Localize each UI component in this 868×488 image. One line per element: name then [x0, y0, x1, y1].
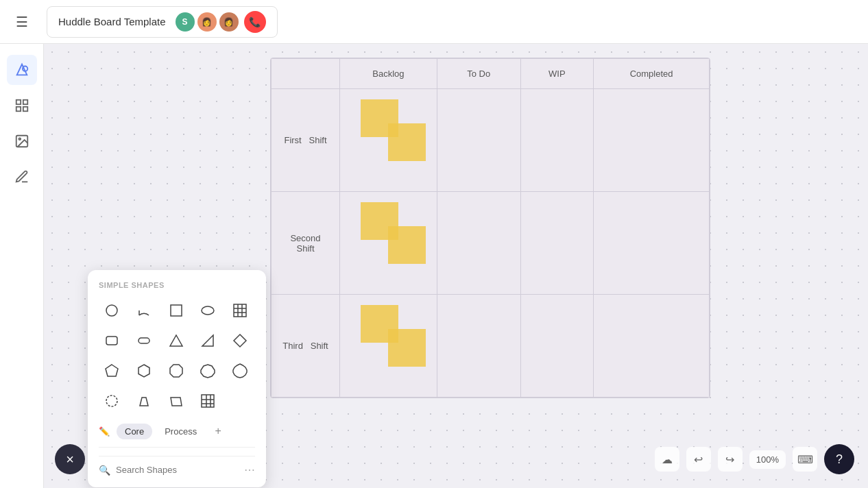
keyboard-icon: ⌨	[797, 453, 813, 466]
shape-trapezoid[interactable]	[131, 388, 157, 414]
document-title: Huddle Board Template	[58, 16, 166, 27]
table-row: Third Shift	[272, 295, 710, 398]
table-row: SecondShift	[272, 192, 710, 295]
sidebar-item-frames[interactable]	[7, 90, 37, 121]
svg-rect-17	[106, 337, 117, 345]
cell-first-todo	[437, 89, 520, 192]
col-header-completed: Completed	[594, 59, 710, 89]
shape-table[interactable]	[227, 297, 253, 324]
tab-add-button[interactable]: +	[209, 422, 227, 440]
svg-rect-18	[138, 338, 149, 343]
shape-pentagon[interactable]	[99, 358, 125, 384]
svg-marker-25	[201, 365, 215, 378]
menu-button[interactable]: ☰	[0, 0, 44, 44]
cell-content	[347, 96, 430, 184]
avatars-group: S 👩 👩 📞	[176, 11, 266, 33]
cloud-sync-button[interactable]: ☁	[655, 447, 679, 472]
shape-arc[interactable]	[131, 297, 157, 324]
svg-point-11	[202, 306, 214, 315]
search-input[interactable]	[116, 465, 239, 475]
topbar: ☰ Huddle Board Template S 👩 👩 📞	[0, 0, 868, 44]
cell-second-wip	[520, 192, 594, 295]
shape-circle[interactable]	[99, 297, 125, 324]
svg-marker-19	[170, 335, 182, 346]
phone-icon[interactable]: 📞	[244, 11, 266, 33]
huddle-board: Backlog To Do WIP Completed First Shift	[270, 58, 710, 398]
search-icon: 🔍	[99, 465, 110, 476]
cell-third-completed	[594, 295, 710, 398]
sidebar-item-images[interactable]	[7, 126, 37, 156]
shape-rounded-rect[interactable]	[99, 328, 125, 354]
shapes-grid	[99, 297, 255, 414]
col-header-todo: To Do	[437, 59, 520, 89]
svg-point-8	[106, 305, 117, 316]
pen-icon[interactable]: ✏️	[99, 426, 110, 437]
draw-icon	[14, 169, 29, 184]
cell-second-todo	[437, 192, 520, 295]
col-header-wip: WIP	[520, 59, 594, 89]
svg-point-7	[19, 138, 21, 140]
sticky-note[interactable]	[388, 123, 426, 161]
sidebar-item-draw[interactable]	[7, 162, 37, 192]
avatar-3: 👩	[219, 12, 239, 32]
more-options-icon[interactable]: ⋯	[244, 463, 255, 476]
zoom-level[interactable]: 100%	[749, 450, 786, 469]
shape-diamond[interactable]	[227, 328, 253, 354]
svg-rect-5	[23, 107, 27, 111]
cell-third-todo	[437, 295, 520, 398]
close-icon: ×	[66, 452, 74, 467]
cell-third-wip	[520, 295, 594, 398]
shape-parallelogram[interactable]	[163, 388, 189, 414]
tab-core[interactable]: Core	[117, 424, 152, 439]
tab-process[interactable]: Process	[156, 424, 205, 439]
shapes-tabs: ✏️ Core Process +	[99, 422, 255, 448]
row-label-third: Third Shift	[272, 295, 340, 398]
cloud-icon: ☁	[662, 453, 673, 466]
cell-second-backlog	[340, 192, 437, 295]
svg-marker-22	[106, 365, 118, 376]
shape-stadium[interactable]	[131, 328, 157, 354]
cell-content	[347, 302, 430, 390]
redo-button[interactable]: ↪	[718, 447, 743, 472]
svg-marker-24	[170, 365, 182, 377]
svg-rect-3	[23, 100, 27, 104]
sticky-note[interactable]	[388, 329, 426, 367]
close-button[interactable]: ×	[55, 444, 85, 474]
shape-hexagon[interactable]	[131, 358, 157, 384]
undo-button[interactable]: ↩	[686, 447, 711, 472]
cell-first-completed	[594, 89, 710, 192]
shapes-panel: SIMPLE SHAPES	[88, 270, 266, 487]
shape-right-triangle[interactable]	[195, 328, 221, 354]
sidebar-item-shapes[interactable]	[7, 55, 37, 85]
keyboard-button[interactable]: ⌨	[793, 447, 817, 472]
sidebar	[0, 44, 44, 488]
svg-rect-10	[171, 305, 182, 316]
shape-octagon[interactable]	[163, 358, 189, 384]
cell-first-wip	[520, 89, 594, 192]
shape-ellipse[interactable]	[195, 297, 221, 324]
title-area: Huddle Board Template S 👩 👩 📞	[47, 6, 278, 38]
redo-icon: ↪	[725, 453, 734, 466]
row-label-first: First Shift	[272, 89, 340, 192]
shapes-section-title: SIMPLE SHAPES	[99, 281, 255, 289]
svg-rect-4	[16, 107, 20, 111]
menu-icon: ☰	[16, 14, 28, 30]
sticky-note[interactable]	[388, 226, 426, 264]
shape-circle-outline[interactable]	[99, 388, 125, 414]
svg-marker-20	[202, 335, 213, 346]
shape-grid[interactable]	[195, 388, 221, 414]
svg-marker-21	[234, 334, 246, 347]
frames-icon	[14, 98, 29, 113]
shape-dodecagon[interactable]	[227, 358, 253, 384]
svg-marker-28	[140, 398, 148, 406]
shape-square[interactable]	[163, 297, 189, 324]
svg-marker-23	[138, 365, 149, 377]
canvas-area[interactable]: Backlog To Do WIP Completed First Shift	[44, 44, 868, 488]
shape-triangle[interactable]	[163, 328, 189, 354]
shape-decagon[interactable]	[195, 358, 221, 384]
col-header-backlog: Backlog	[340, 59, 437, 89]
cell-first-backlog	[340, 89, 437, 192]
svg-point-27	[106, 395, 117, 406]
row-label-second: SecondShift	[272, 192, 340, 295]
help-button[interactable]: ?	[824, 444, 854, 474]
